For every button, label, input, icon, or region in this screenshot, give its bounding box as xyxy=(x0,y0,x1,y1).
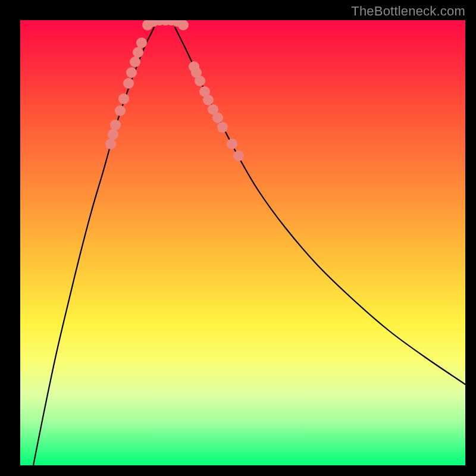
data-dot xyxy=(195,76,205,86)
chart-plot-area xyxy=(20,20,465,465)
data-dot xyxy=(133,47,143,58)
data-dot xyxy=(115,105,126,116)
dots-group xyxy=(105,20,244,161)
curve-group xyxy=(33,20,465,465)
data-dot xyxy=(233,151,244,161)
data-dot xyxy=(217,122,228,133)
data-dot xyxy=(110,120,121,130)
data-dot xyxy=(118,93,129,104)
data-dot xyxy=(130,57,140,67)
data-dot xyxy=(178,20,189,30)
data-dot xyxy=(136,37,147,48)
data-dot xyxy=(105,139,116,149)
chart-svg xyxy=(20,20,465,465)
data-dot xyxy=(123,78,134,89)
data-dot xyxy=(227,139,237,149)
data-dot xyxy=(108,129,118,140)
data-dot xyxy=(126,67,137,78)
data-dot xyxy=(203,95,214,105)
data-dot xyxy=(212,112,223,123)
watermark-text: TheBottleneck.com xyxy=(351,4,465,19)
curve-left-curve xyxy=(33,27,154,465)
curve-right-curve xyxy=(175,27,465,384)
